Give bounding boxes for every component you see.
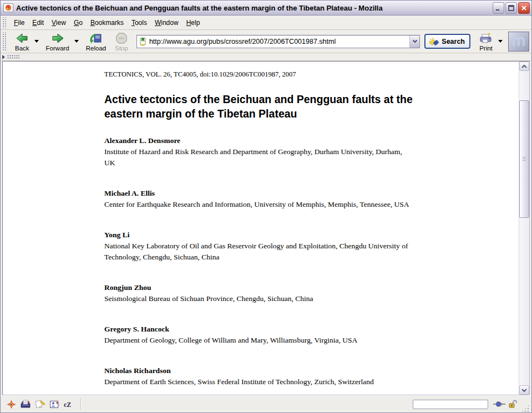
journal-citation-line: TECTONICS, VOL. 26, TC4005, doi:10.1029/… [104, 70, 519, 79]
author-block: Yong Li National Key Laboratory of Oil a… [104, 230, 411, 263]
browser-window: Active tectonics of the Beichuan and Pen… [0, 0, 532, 413]
personal-toolbar-grippy[interactable] [7, 55, 19, 59]
browser-content: TECTONICS, VOL. 26, TC4005, doi:10.1029/… [2, 61, 530, 395]
author-affiliation: Institute of Hazard and Risk Research an… [104, 146, 411, 169]
mozilla-throbber-icon[interactable] [508, 32, 529, 52]
plug-icon[interactable] [493, 399, 506, 410]
menu-view[interactable]: View [48, 17, 70, 28]
author-name: Rongjun Zhou [104, 282, 411, 293]
titlebar: Active tectonics of the Beichuan and Pen… [1, 1, 531, 16]
print-label: Print [479, 45, 493, 52]
close-button[interactable] [518, 2, 530, 14]
article-page: TECTONICS, VOL. 26, TC4005, doi:10.1029/… [3, 62, 519, 395]
url-input[interactable] [149, 36, 409, 47]
print-dropdown-arrow[interactable] [498, 40, 503, 43]
menubar: File Edit View Go Bookmarks Tools Window… [1, 16, 531, 30]
menubar-grippy[interactable] [2, 17, 7, 28]
scroll-up-button[interactable] [519, 62, 529, 71]
security-lock-icon[interactable] [506, 399, 519, 410]
author-affiliation: Center for Earthquake Research and Infor… [104, 199, 411, 210]
statusbar-separator [80, 399, 82, 410]
expand-toolbar-arrow-icon[interactable] [2, 55, 5, 59]
article-title: Active tectonics of the Beichuan and Pen… [104, 92, 413, 121]
bookmark-page-icon[interactable] [139, 37, 148, 46]
author-affiliation: National Key Laboratory of Oil and Gas R… [104, 241, 411, 263]
stop-button: Stop [111, 31, 132, 52]
author-name: Nicholas Richardson [104, 365, 411, 376]
svg-text:cZ: cZ [64, 401, 71, 409]
menu-help[interactable]: Help [183, 17, 204, 28]
back-arrow-icon [16, 32, 29, 44]
stop-label: Stop [115, 45, 128, 52]
stop-icon [115, 32, 128, 44]
reload-button[interactable]: Reload [82, 31, 110, 52]
personal-toolbar-collapsed [1, 53, 531, 61]
scrollbar-track[interactable] [519, 71, 529, 385]
menu-go[interactable]: Go [70, 17, 87, 28]
author-block: Michael A. Ellis Center for Earthquake R… [104, 188, 411, 210]
menu-tools[interactable]: Tools [128, 17, 151, 28]
author-name: Michael A. Ellis [104, 188, 411, 199]
navigator-icon[interactable] [5, 399, 17, 410]
chatzilla-icon[interactable]: cZ [63, 399, 75, 410]
forward-dropdown-arrow[interactable] [74, 40, 79, 43]
author-block: Alexander L. Densmore Institute of Hazar… [104, 135, 411, 169]
back-label: Back [15, 45, 29, 52]
author-affiliation: Department of Geology, College of Willia… [104, 335, 411, 346]
author-affiliation: Department of Earth Sciences, Swiss Fede… [104, 376, 411, 387]
mozilla-app-icon [3, 3, 13, 12]
print-button[interactable]: Print [475, 31, 497, 52]
toolbar-grippy[interactable] [2, 32, 7, 51]
scroll-down-button[interactable] [519, 385, 529, 395]
statusbar: cZ [1, 395, 531, 412]
window-title: Active tectonics of the Beichuan and Pen… [16, 4, 490, 12]
back-button[interactable]: Back [11, 31, 33, 52]
author-name: Gregory S. Hancock [104, 324, 411, 335]
mail-icon[interactable] [19, 399, 32, 410]
url-dropdown-button[interactable] [409, 35, 419, 48]
author-block: Nicholas Richardson Department of Earth … [104, 365, 411, 387]
scrollbar-thumb[interactable] [519, 100, 529, 218]
url-bar [136, 35, 420, 48]
flashlight-icon [428, 37, 439, 46]
progress-meter [413, 400, 488, 409]
window-resize-grip[interactable] [521, 405, 529, 412]
navigation-toolbar: Back Forward [1, 30, 531, 53]
author-list: Alexander L. Densmore Institute of Hazar… [104, 135, 519, 387]
forward-label: Forward [46, 45, 69, 52]
menu-edit[interactable]: Edit [28, 17, 48, 28]
author-block: Gregory S. Hancock Department of Geology… [104, 324, 411, 346]
component-bar: cZ [3, 399, 78, 410]
composer-icon[interactable] [34, 399, 46, 410]
author-name: Yong Li [104, 230, 411, 241]
author-affiliation: Seismological Bureau of Sichuan Province… [104, 293, 411, 304]
printer-icon [479, 32, 493, 44]
menu-file[interactable]: File [10, 17, 28, 28]
author-name: Alexander L. Densmore [104, 135, 411, 146]
menu-bookmarks[interactable]: Bookmarks [87, 17, 128, 28]
back-dropdown-arrow[interactable] [34, 40, 39, 43]
reload-label: Reload [86, 45, 106, 52]
reload-icon [89, 32, 103, 44]
menu-window[interactable]: Window [151, 17, 183, 28]
address-book-icon[interactable] [48, 399, 60, 410]
search-label: Search [442, 38, 465, 45]
search-button[interactable]: Search [424, 34, 470, 49]
forward-button[interactable]: Forward [42, 31, 73, 52]
author-block: Rongjun Zhou Seismological Bureau of Sic… [104, 282, 411, 304]
maximize-button[interactable] [505, 2, 517, 14]
minimize-button[interactable] [493, 2, 504, 14]
forward-arrow-icon [51, 32, 64, 44]
vertical-scrollbar[interactable] [519, 62, 529, 395]
